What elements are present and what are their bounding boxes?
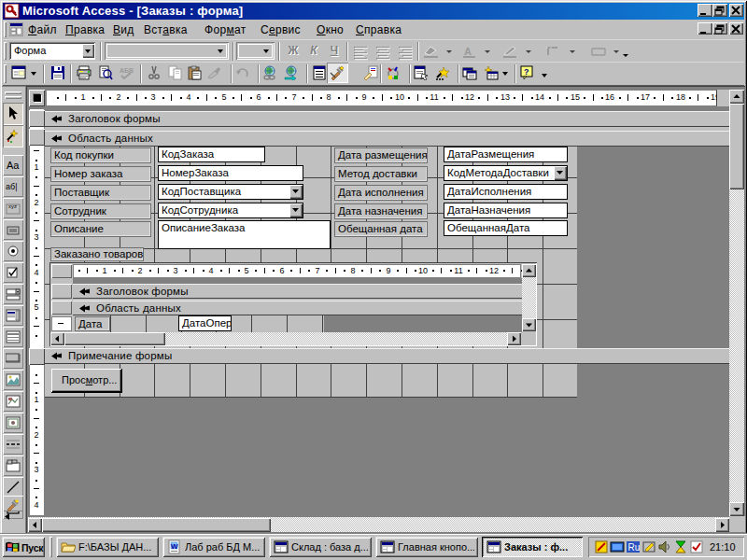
svg-text:?: ? (524, 67, 529, 77)
svg-text:xyz: xyz (8, 203, 17, 209)
svg-text:A: A (464, 46, 472, 57)
svg-text:аб|: аб| (6, 182, 18, 191)
svg-text:АБВ: АБВ (120, 67, 134, 74)
svg-text:Aa: Aa (7, 160, 20, 171)
svg-text:W: W (171, 542, 178, 551)
svg-text:Ru: Ru (628, 542, 641, 553)
